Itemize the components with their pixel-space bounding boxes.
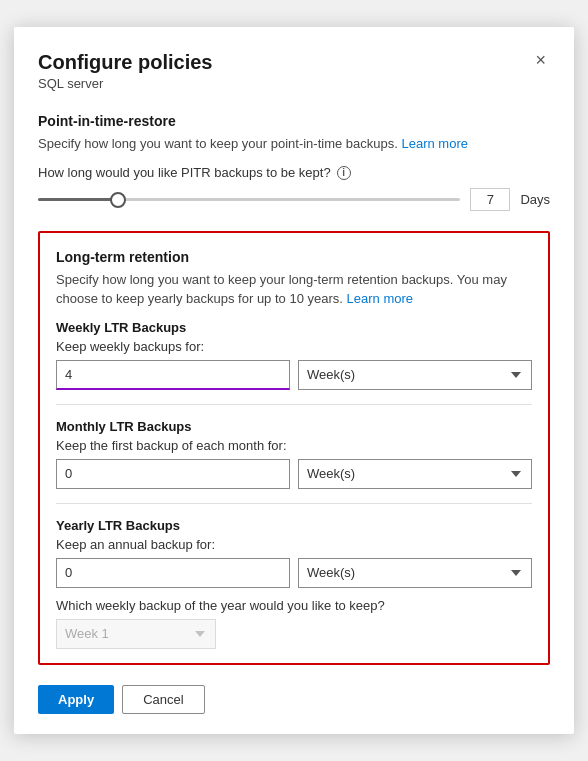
monthly-ltr-label: Keep the first backup of each month for: [56, 438, 532, 453]
pitr-section: Point-in-time-restore Specify how long y… [38, 113, 550, 211]
ltr-section: Long-term retention Specify how long you… [38, 231, 550, 664]
weekly-ltr-value-input[interactable] [56, 360, 290, 390]
dialog-header-text: Configure policies SQL server [38, 51, 212, 109]
yearly-week-select: Week 1 [56, 619, 216, 649]
dialog-subtitle: SQL server [38, 76, 212, 91]
pitr-question-text: How long would you like PITR backups to … [38, 165, 331, 180]
yearly-ltr-unit-select[interactable]: Week(s) Month(s) Year(s) [298, 558, 532, 588]
yearly-ltr-input-row: Week(s) Month(s) Year(s) [56, 558, 532, 588]
ltr-description-text: Specify how long you want to keep your l… [56, 272, 507, 305]
monthly-yearly-divider [56, 503, 532, 504]
yearly-ltr-label: Keep an annual backup for: [56, 537, 532, 552]
weekly-ltr-unit-select[interactable]: Week(s) Month(s) Year(s) [298, 360, 532, 390]
dialog-title: Configure policies [38, 51, 212, 74]
monthly-ltr-value-input[interactable] [56, 459, 290, 489]
pitr-days-label: Days [520, 192, 550, 207]
cancel-button[interactable]: Cancel [122, 685, 204, 714]
weekly-ltr-input-row: Week(s) Month(s) Year(s) [56, 360, 532, 390]
pitr-description: Specify how long you want to keep your p… [38, 135, 550, 153]
yearly-ltr-title: Yearly LTR Backups [56, 518, 532, 533]
pitr-section-title: Point-in-time-restore [38, 113, 550, 129]
close-button[interactable]: × [531, 51, 550, 69]
pitr-value-box: 7 [470, 188, 510, 211]
monthly-ltr-subsection: Monthly LTR Backups Keep the first backu… [56, 419, 532, 489]
monthly-ltr-unit-select[interactable]: Week(s) Month(s) Year(s) [298, 459, 532, 489]
ltr-section-title: Long-term retention [56, 249, 532, 265]
pitr-slider[interactable] [38, 198, 460, 201]
yearly-weekly-question: Which weekly backup of the year would yo… [56, 598, 532, 613]
weekly-ltr-subsection: Weekly LTR Backups Keep weekly backups f… [56, 320, 532, 390]
pitr-description-text: Specify how long you want to keep your p… [38, 136, 398, 151]
monthly-ltr-title: Monthly LTR Backups [56, 419, 532, 434]
yearly-ltr-subsection: Yearly LTR Backups Keep an annual backup… [56, 518, 532, 649]
ltr-description: Specify how long you want to keep your l… [56, 271, 532, 307]
weekly-ltr-label: Keep weekly backups for: [56, 339, 532, 354]
pitr-info-icon[interactable]: i [337, 166, 351, 180]
monthly-ltr-input-row: Week(s) Month(s) Year(s) [56, 459, 532, 489]
dialog-footer: Apply Cancel [38, 685, 550, 714]
pitr-slider-row: 7 Days [38, 188, 550, 211]
pitr-learn-more-link[interactable]: Learn more [402, 136, 468, 151]
weekly-monthly-divider [56, 404, 532, 405]
ltr-learn-more-link[interactable]: Learn more [347, 291, 413, 306]
weekly-ltr-title: Weekly LTR Backups [56, 320, 532, 335]
dialog-header: Configure policies SQL server × [38, 51, 550, 109]
configure-policies-dialog: Configure policies SQL server × Point-in… [14, 27, 574, 734]
pitr-question-row: How long would you like PITR backups to … [38, 165, 550, 180]
yearly-ltr-value-input[interactable] [56, 558, 290, 588]
apply-button[interactable]: Apply [38, 685, 114, 714]
